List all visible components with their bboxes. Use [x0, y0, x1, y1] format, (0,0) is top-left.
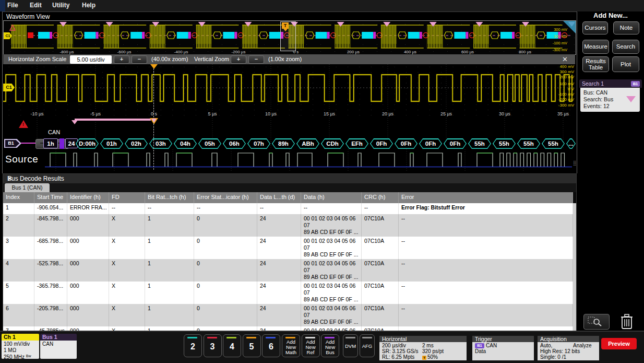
add-new-cursors-button[interactable]: Cursors [582, 21, 608, 34]
results-cell: 24 [257, 304, 301, 326]
zoom-close-icon[interactable]: ✕ [562, 55, 568, 63]
bus-decode-track[interactable]: ! B1 CAN 1h24D:00h01h02h03h04h05h06h07h8… [3, 118, 575, 149]
channel1-badge[interactable]: Ch 1 100 mV/div 1 MΩ 250 MHz Bw [2, 334, 39, 359]
can-data-byte: 03h [149, 138, 172, 149]
results-cell: -- [109, 203, 145, 214]
add-new-note-button[interactable]: Note [613, 21, 639, 34]
waveform-overview[interactable]: C1 T -800 µs-600 µs-400 µs-200 µs0 s200 … [3, 20, 576, 55]
channel5-button[interactable]: 5 [243, 334, 261, 357]
h-zoom-scale-input[interactable] [70, 55, 112, 64]
can-data-byte: 55h [468, 138, 491, 149]
results-cell: 000 [67, 282, 109, 304]
results-table-row[interactable]: 2-845.798...000X102400 01 02 03 04 05 06… [3, 214, 573, 237]
channel3-button[interactable]: 3 [204, 334, 222, 357]
zoom-select-button[interactable] [583, 314, 610, 330]
trash-icon [619, 312, 635, 330]
channel1-badge-header: Ch 1 [2, 334, 39, 341]
channel2-button[interactable]: 2 [184, 334, 202, 357]
menu-file[interactable]: File [7, 2, 18, 9]
trigger-panel-body: B1CAN Data [472, 342, 534, 360]
bus1-badge-header: Bus 1 [40, 334, 77, 341]
results-tab-bus1[interactable]: Bus 1 (CAN) [5, 183, 50, 192]
add-new-ref-button[interactable]: Add New Ref [302, 334, 320, 357]
main-time-label: -5 µs [90, 111, 101, 116]
search1-panel-body[interactable]: Bus: CANSearch: BusEvents: 12 [580, 88, 640, 112]
results-cell: 4 [3, 259, 34, 282]
splitter-handle[interactable]: ⣿⣿ [573, 162, 577, 174]
trigger-panel-title: Trigger [472, 336, 534, 342]
channel-color-line [207, 337, 217, 338]
add-new-results-table-button[interactable]: Results Table [582, 56, 609, 72]
search1-panel-header[interactable]: Search 1 B1 [579, 79, 642, 88]
results-cell: X [109, 237, 145, 259]
results-table-row[interactable]: 5-365.798...000X102400 01 02 03 04 05 06… [3, 282, 573, 304]
bus-source-track[interactable]: Source [3, 149, 575, 172]
overview-volt-label: 100 mV [554, 34, 567, 38]
results-cell: -685.798... [34, 237, 67, 259]
overview-time-label: 0 s [293, 50, 299, 54]
results-scrollbar[interactable] [573, 203, 576, 332]
trigger-position-icon[interactable] [150, 64, 158, 69]
main-waveform-area[interactable]: C1 400 mV300 mV200 mV100 mV0 V-100 mV-20… [3, 64, 575, 118]
results-column-header: Identifier (h) [67, 192, 109, 203]
can-data-byte: 0Fh [395, 138, 418, 149]
dvm-button[interactable]: DVM [343, 334, 358, 357]
results-table-row[interactable]: 1-906.054...ERROR FRA...------------Erro… [3, 203, 573, 214]
trigger-flag-icon[interactable]: T [282, 22, 289, 29]
menu-utility[interactable]: Utility [52, 2, 69, 9]
results-cell: -- [399, 214, 573, 237]
results-cell: 2 [3, 214, 34, 237]
add-new-plot-button[interactable]: Plot [612, 56, 639, 72]
results-cell: 1 [145, 237, 194, 259]
channel6-button[interactable]: 6 [262, 334, 280, 357]
zoom-select-icon [584, 314, 608, 328]
results-cell: -- [362, 203, 399, 214]
menu-help[interactable]: Help [82, 2, 96, 9]
results-cell: 24 [257, 214, 301, 237]
acquisition-panel[interactable]: Acquisition Auto,Analyze High Res: 12 bi… [538, 336, 599, 360]
trigger-panel[interactable]: Trigger B1CAN Data [472, 336, 534, 360]
afg-button[interactable]: AFG [360, 334, 375, 357]
results-table-row[interactable]: 4-525.798...000X102400 01 02 03 04 05 06… [3, 259, 573, 282]
results-title-bar[interactable]: Bus Decode Results ✕ [3, 174, 576, 183]
menu-edit[interactable]: Edit [30, 2, 42, 9]
overview-time-label: -400 µs [174, 50, 188, 54]
v-zoom-minus-button[interactable]: − [248, 55, 264, 64]
h-zoom-factor-label: (40.00x zoom) [151, 56, 188, 62]
channel4-button[interactable]: 4 [223, 334, 241, 357]
results-body: 1-906.054...ERROR FRA...------------Erro… [3, 203, 573, 332]
results-cell: -906.054... [34, 203, 67, 214]
horizontal-panel[interactable]: Horizontal 200 µs/div SR: 3.125 GS/s RL:… [379, 336, 467, 360]
bus-decode-results-panel: Bus Decode Results ✕ Bus 1 (CAN) IndexSt… [3, 173, 577, 333]
add-new-bus-button[interactable]: Add New Bus [321, 334, 339, 357]
can-flags-field [59, 138, 64, 149]
can-data-byte: 01h [100, 138, 123, 149]
overview-time-label: 400 µs [404, 50, 416, 54]
results-close-icon[interactable]: ✕ [7, 175, 569, 182]
bandwidth-limit-icon: Bw [26, 354, 31, 358]
can-data-byte: 06h [223, 138, 246, 149]
results-cell: -845.798... [34, 214, 67, 237]
main-volt-label: 200 mV [559, 75, 574, 79]
button-color-line [325, 337, 335, 338]
trash-button[interactable] [619, 312, 635, 330]
button-color-line [305, 337, 315, 338]
can-data-byte: 89h [272, 138, 295, 149]
v-zoom-plus-button[interactable]: + [231, 55, 246, 64]
h-zoom-minus-button[interactable]: − [132, 55, 147, 64]
results-column-header: Index [3, 192, 34, 203]
can-data-byte: 0Fh [370, 138, 393, 149]
main-volt-label: -200 mV [558, 98, 574, 102]
h-zoom-plus-button[interactable]: + [114, 55, 129, 64]
preview-button[interactable]: Preview [601, 338, 637, 349]
results-table-row[interactable]: 3-685.798...000X102400 01 02 03 04 05 06… [3, 237, 573, 259]
results-table-row[interactable]: 6-205.798...000X102400 01 02 03 04 05 06… [3, 304, 573, 326]
add-new-measure-button[interactable]: Measure [582, 40, 609, 54]
bus1-badge-bottom[interactable]: Bus 1 CAN [40, 334, 77, 359]
add-new-math-button[interactable]: Add New Math [282, 334, 300, 357]
acquisition-panel-title: Acquisition [538, 336, 599, 342]
add-new-search-button[interactable]: Search [612, 40, 639, 54]
overview-time-label: 800 µs [519, 50, 531, 54]
main-time-label: 35 µs [557, 111, 569, 116]
results-cell: 00 01 02 03 04 05 06 07 89 AB CD EF 0F 0… [301, 259, 362, 282]
